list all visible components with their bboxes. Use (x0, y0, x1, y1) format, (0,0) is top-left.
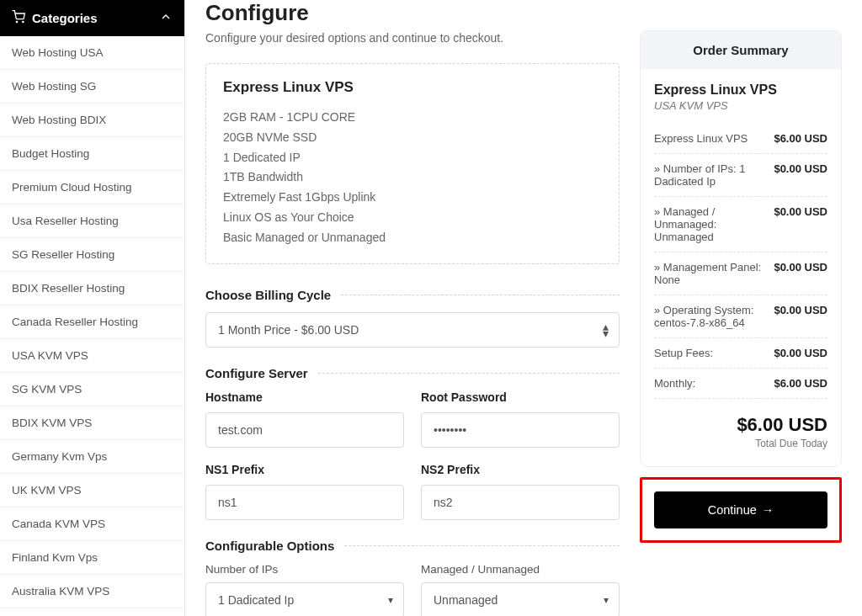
categories-list: Web Hosting USA Web Hosting SG Web Hosti… (0, 36, 184, 616)
svg-point-1 (23, 21, 24, 22)
summary-line: Monthly: $6.00 USD (654, 369, 827, 399)
ns1-input[interactable] (206, 486, 403, 519)
section-server: Configure Server (205, 366, 620, 380)
hostname-label: Hostname (205, 390, 404, 404)
categories-header[interactable]: Categories (0, 0, 184, 36)
page-title: Configure (205, 0, 620, 26)
summary-line: Express Linux VPS $6.00 USD (654, 124, 827, 154)
sidebar-item[interactable]: Canada KVM VPS (0, 507, 184, 541)
sidebar-item[interactable]: Windows VPS (0, 608, 184, 616)
app-root: Categories Web Hosting USA Web Hosting S… (0, 0, 862, 616)
product-name: Express Linux VPS (223, 79, 602, 96)
spec-line: Basic Managed or Unmanaged (223, 228, 602, 248)
categories-label: Categories (32, 11, 98, 25)
section-billing: Choose Billing Cycle (205, 288, 620, 302)
order-summary-column: Order Summary Express Linux VPS USA KVM … (640, 30, 842, 543)
product-specs: 2GB RAM - 1CPU CORE 20GB NVMe SSD 1 Dedi… (223, 108, 602, 248)
page-subtitle: Configure your desired options and conti… (205, 31, 620, 45)
order-summary-title: Order Summary (641, 31, 841, 69)
form-column: Configure Configure your desired options… (205, 0, 620, 616)
summary-line: » Management Panel: None $0.00 USD (654, 252, 827, 295)
summary-line: » Managed / Unmanaged: Unmanaged $0.00 U… (654, 197, 827, 252)
svg-point-0 (16, 21, 17, 22)
managed-label: Managed / Unmanaged (421, 563, 620, 576)
sidebar-item[interactable]: Budget Hosting (0, 137, 184, 171)
ips-select[interactable]: 1 Dadicated Ip (206, 583, 403, 616)
billing-cycle-select[interactable]: 1 Month Price - $6.00 USD (206, 313, 619, 347)
section-options: Configurable Options (205, 539, 620, 553)
chevron-up-icon (159, 10, 173, 26)
summary-plan-name: Express Linux VPS (654, 82, 827, 98)
spec-line: 2GB RAM - 1CPU CORE (223, 108, 602, 128)
sidebar: Categories Web Hosting USA Web Hosting S… (0, 0, 185, 616)
spec-line: 1 Dedicated IP (223, 148, 602, 168)
product-box: Express Linux VPS 2GB RAM - 1CPU CORE 20… (205, 63, 620, 264)
ips-label: Number of IPs (205, 563, 404, 576)
continue-highlight: Continue → (640, 477, 842, 543)
sidebar-item[interactable]: USA KVM VPS (0, 339, 184, 373)
spec-line: 20GB NVMe SSD (223, 128, 602, 148)
sidebar-item[interactable]: Finland Kvm Vps (0, 541, 184, 575)
spec-line: Extremely Fast 1Gbps Uplink (223, 188, 602, 208)
sidebar-item[interactable]: Premium Cloud Hosting (0, 171, 184, 204)
rootpw-label: Root Password (421, 390, 620, 404)
continue-label: Continue (708, 503, 757, 517)
section-billing-label: Choose Billing Cycle (205, 288, 341, 302)
sidebar-item[interactable]: Web Hosting USA (0, 36, 184, 70)
order-summary-card: Order Summary Express Linux VPS USA KVM … (640, 30, 842, 467)
billing-cycle-select-wrap[interactable]: 1 Month Price - $6.00 USD ▴▾ (205, 312, 620, 348)
cart-icon (12, 10, 25, 26)
sidebar-item[interactable]: Canada Reseller Hosting (0, 305, 184, 339)
managed-select[interactable]: Unmanaged (422, 583, 619, 616)
sidebar-item[interactable]: SG KVM VPS (0, 373, 184, 406)
sidebar-item[interactable]: BDIX Reseller Hosting (0, 272, 184, 305)
sidebar-item[interactable]: Web Hosting BDIX (0, 104, 184, 137)
section-options-label: Configurable Options (205, 539, 344, 553)
summary-line: » Operating System: centos-7.8-x86_64 $0… (654, 295, 827, 338)
sidebar-item[interactable]: Australia KVM VPS (0, 575, 184, 608)
summary-due-label: Total Due Today (654, 438, 827, 449)
section-server-label: Configure Server (205, 366, 318, 380)
spec-line: 1TB Bandwidth (223, 167, 602, 188)
hostname-input[interactable] (206, 413, 403, 447)
rootpw-input[interactable] (422, 413, 619, 447)
continue-button[interactable]: Continue → (654, 491, 827, 528)
arrow-right-icon: → (762, 503, 774, 517)
summary-line: Setup Fees: $0.00 USD (654, 338, 827, 369)
sidebar-item[interactable]: Germany Kvm Vps (0, 440, 184, 474)
main: Configure Configure your desired options… (185, 0, 862, 616)
summary-line: » Number of IPs: 1 Dadicated Ip $0.00 US… (654, 154, 827, 197)
sidebar-item[interactable]: Web Hosting SG (0, 70, 184, 104)
ns1-label: NS1 Prefix (205, 463, 404, 476)
sidebar-item[interactable]: UK KVM VPS (0, 474, 184, 507)
summary-total-amount: $6.00 USD (654, 414, 827, 436)
spec-line: Linux OS as Your Choice (223, 208, 602, 228)
summary-total: $6.00 USD Total Due Today (654, 414, 827, 449)
ns2-label: NS2 Prefix (421, 463, 620, 476)
summary-plan-sub: USA KVM VPS (654, 99, 827, 112)
sidebar-item[interactable]: Usa Reseller Hosting (0, 204, 184, 238)
sidebar-item[interactable]: BDIX KVM VPS (0, 406, 184, 440)
ns2-input[interactable] (422, 486, 619, 519)
sidebar-item[interactable]: SG Reseller Hosting (0, 238, 184, 272)
